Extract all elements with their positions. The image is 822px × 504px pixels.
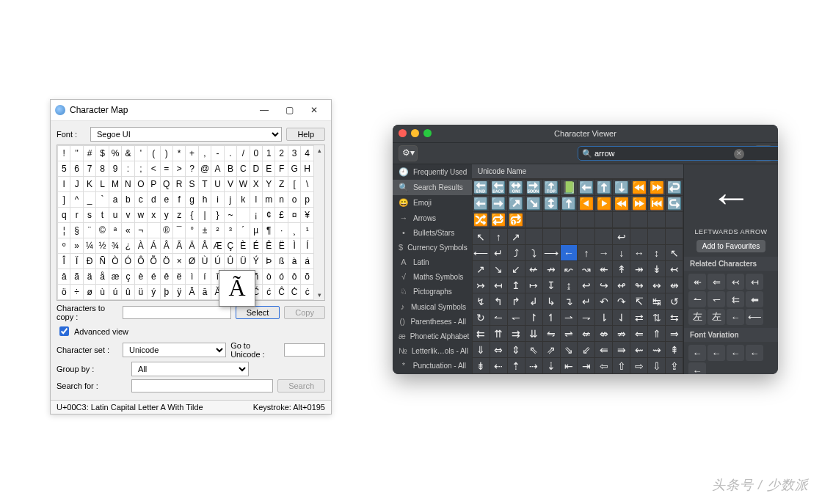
result-char[interactable]: ▶️: [595, 196, 612, 211]
grid-cell[interactable]: g: [186, 192, 198, 208]
result-char[interactable]: ↚: [525, 261, 542, 277]
grid-cell[interactable]: °: [186, 223, 198, 238]
copy-button[interactable]: Copy: [284, 306, 325, 319]
grid-cell[interactable]: 6: [70, 161, 83, 177]
grid-cell[interactable]: Â: [160, 238, 172, 254]
result-char[interactable]: ↹: [648, 293, 665, 309]
grid-cell[interactable]: &: [122, 146, 134, 161]
grid-cell[interactable]: !: [58, 146, 70, 161]
grid-cell[interactable]: R: [172, 177, 185, 192]
result-char[interactable]: [666, 229, 683, 244]
result-char[interactable]: [543, 212, 560, 227]
result-char[interactable]: ⇪: [666, 358, 683, 373]
grid-cell[interactable]: 7: [83, 161, 95, 177]
result-char[interactable]: ⇊: [525, 326, 542, 341]
result-char[interactable]: ↪️: [666, 196, 683, 211]
result-char[interactable]: ⇀: [561, 310, 578, 325]
grid-cell[interactable]: Í: [301, 238, 314, 254]
result-char[interactable]: ↽: [508, 310, 525, 325]
grid-cell[interactable]: n: [275, 192, 288, 208]
grid-cell[interactable]: t: [96, 208, 109, 223]
search-button[interactable]: Search: [277, 379, 325, 392]
result-char[interactable]: ⟶: [543, 245, 560, 260]
result-char[interactable]: ↺: [666, 293, 683, 309]
grid-cell[interactable]: *: [172, 146, 185, 161]
result-char[interactable]: ↟: [613, 261, 630, 277]
result-char[interactable]: ⇋: [543, 326, 560, 341]
grid-cell[interactable]: 8: [96, 161, 109, 177]
maximize-button[interactable]: ▢: [277, 102, 302, 118]
result-char[interactable]: ⇡: [508, 358, 525, 373]
grid-cell[interactable]: Ô: [134, 254, 147, 269]
grid-cell[interactable]: ,: [198, 146, 211, 161]
grid-cell[interactable]: ô: [288, 269, 300, 285]
grid-cell[interactable]: Ð: [83, 254, 95, 269]
grid-cell[interactable]: Æ: [211, 238, 224, 254]
grid-cell[interactable]: u: [109, 208, 121, 223]
result-char[interactable]: ↛: [543, 261, 560, 277]
related-char[interactable]: ⟵: [746, 309, 763, 325]
grid-cell[interactable]: |: [198, 208, 211, 223]
grid-cell[interactable]: ò: [263, 269, 275, 285]
grid-cell[interactable]: l: [250, 192, 262, 208]
result-char[interactable]: ⇙: [578, 342, 594, 357]
grid-cell[interactable]: º: [58, 238, 70, 254]
grid-cell[interactable]: ¬: [134, 223, 147, 238]
result-char[interactable]: ↥: [508, 277, 525, 293]
result-char[interactable]: ⇇: [473, 326, 490, 341]
result-char[interactable]: ↼: [490, 310, 507, 325]
result-char[interactable]: ⇜: [630, 342, 647, 357]
grid-cell[interactable]: .: [224, 146, 236, 161]
grid-cell[interactable]: ?: [186, 161, 198, 177]
result-char[interactable]: ⇃: [613, 310, 630, 325]
grid-cell[interactable]: h: [198, 192, 211, 208]
grid-cell[interactable]: >: [172, 161, 185, 177]
grid-cell[interactable]: ÷: [70, 285, 83, 300]
result-char[interactable]: ➡️: [490, 196, 507, 211]
result-char[interactable]: ↓: [613, 245, 630, 260]
result-char[interactable]: ⇧: [613, 358, 630, 373]
grid-cell[interactable]: Ö: [160, 254, 172, 269]
grid-cell[interactable]: Ø: [186, 254, 198, 269]
grid-cell[interactable]: Ê: [263, 238, 275, 254]
result-char[interactable]: ⬇️: [613, 180, 630, 195]
result-char[interactable]: ⇦: [595, 358, 612, 373]
grid-cell[interactable]: D: [250, 161, 262, 177]
result-char[interactable]: ↻: [473, 310, 490, 325]
result-char[interactable]: ↦: [525, 277, 542, 293]
grid-cell[interactable]: :: [122, 161, 134, 177]
result-char[interactable]: [578, 229, 594, 244]
result-char[interactable]: ⏮️: [648, 196, 665, 211]
goto-input[interactable]: [284, 343, 325, 357]
grid-cell[interactable]: _: [83, 192, 95, 208]
grid-cell[interactable]: À: [134, 238, 147, 254]
copy-input[interactable]: [123, 306, 231, 319]
result-char[interactable]: ⇩: [648, 358, 665, 373]
grid-cell[interactable]: %: [109, 146, 121, 161]
result-char[interactable]: ↾: [525, 310, 542, 325]
advanced-checkbox[interactable]: Advanced view: [57, 324, 128, 338]
grid-cell[interactable]: Z: [275, 177, 288, 192]
result-char[interactable]: ⇕: [508, 342, 525, 357]
grid-cell[interactable]: »: [70, 238, 83, 254]
grid-cell[interactable]: «: [122, 223, 134, 238]
grid-cell[interactable]: (: [148, 146, 160, 161]
result-char[interactable]: ↸: [630, 293, 647, 309]
grid-cell[interactable]: Î: [58, 254, 70, 269]
grid-cell[interactable]: +: [186, 146, 198, 161]
grid-cell[interactable]: ¾: [109, 238, 121, 254]
result-char[interactable]: ↱: [508, 293, 525, 309]
grid-cell[interactable]: M: [109, 177, 121, 192]
result-char[interactable]: ⇑: [648, 326, 665, 341]
sidebar-item[interactable]: æPhonetic Alphabet: [393, 329, 472, 343]
result-char[interactable]: ↩: [578, 277, 594, 293]
grid-cell[interactable]: Ü: [237, 254, 250, 269]
grid-cell[interactable]: ·: [275, 223, 288, 238]
result-char[interactable]: ⇈: [490, 326, 507, 341]
result-char[interactable]: ↩: [613, 229, 630, 244]
grid-cell[interactable]: k: [237, 192, 250, 208]
grid-cell[interactable]: ì: [186, 269, 198, 285]
titlebar[interactable]: Character Map — ▢ ✕: [51, 100, 331, 121]
grid-cell[interactable]: ö: [58, 285, 70, 300]
grid-cell[interactable]: ä: [83, 269, 95, 285]
